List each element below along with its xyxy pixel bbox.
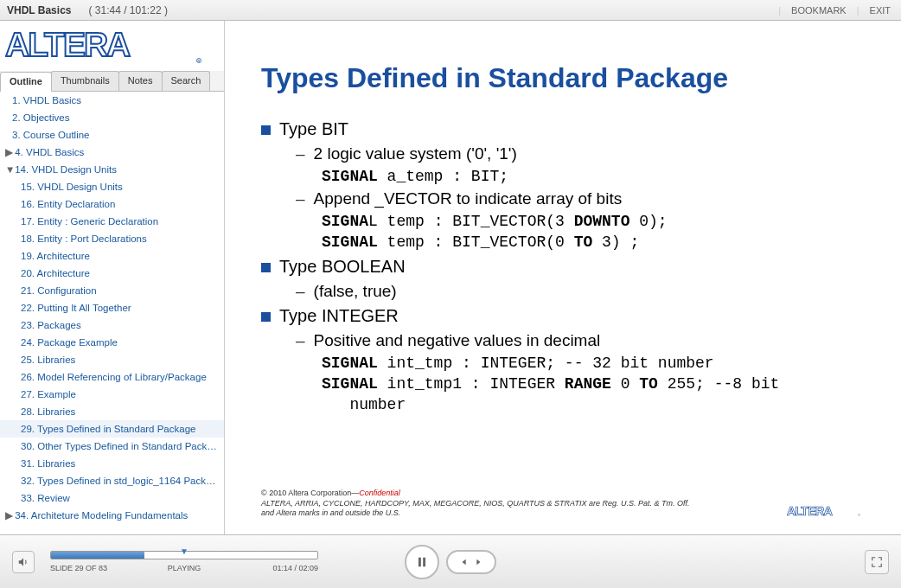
dash-icon: –	[296, 144, 305, 164]
progress-fill	[51, 552, 144, 559]
tab-notes[interactable]: Notes	[118, 71, 163, 91]
copyright-line: © 2010 Altera Corporation—Confidential	[261, 489, 865, 499]
outline-item[interactable]: ▶ 34. Architeture Modeling Fundamentals	[0, 507, 224, 524]
progress-labels: SLIDE 29 OF 83 PLAYING 01:14 / 02:09	[50, 564, 318, 572]
altera-logo-icon: ALTERA R	[5, 24, 204, 69]
outline-item[interactable]: 23. Packages	[0, 316, 224, 334]
bullet-square-icon	[261, 125, 271, 135]
svg-text:®: ®	[858, 514, 860, 517]
svg-rect-6	[423, 557, 425, 566]
sub-bullet-text: 2 logic value system ('0', '1')	[314, 144, 517, 164]
outline-item[interactable]: 33. Review	[0, 489, 224, 507]
sub-bullet: – 2 logic value system ('0', '1')	[296, 144, 865, 164]
slide-content: Types Defined in Standard Package Type B…	[225, 21, 901, 534]
slide-title: Types Defined in Standard Package	[261, 62, 865, 94]
outline-item[interactable]: 16. Entity Declaration	[0, 195, 224, 213]
clip-time: 01:14 / 02:09	[229, 564, 318, 572]
outline-item[interactable]: ▼ 14. VHDL Design Units	[0, 161, 224, 178]
svg-rect-5	[419, 557, 421, 566]
prev-icon	[460, 558, 469, 566]
course-time: ( 31:44 / 101:22 )	[88, 4, 167, 16]
outline-item[interactable]: 2. Objectives	[0, 109, 224, 126]
outline-item[interactable]: 26. Model Referencing of Library/Package	[0, 368, 224, 386]
trademark-line: ALTERA, ARRIA, CYCLONE, HARDCOPY, MAX, M…	[261, 499, 865, 519]
outline-item[interactable]: 19. Architecture	[0, 247, 224, 265]
separator: |	[775, 5, 784, 16]
outline-item[interactable]: 21. Configuration	[0, 282, 224, 299]
svg-text:R: R	[198, 59, 201, 63]
bullet-text: Type BOOLEAN	[279, 256, 406, 278]
play-status: PLAYING	[139, 564, 228, 572]
tab-search[interactable]: Search	[162, 71, 211, 91]
sub-bullet: – Append _VECTOR to indicate array of bi…	[296, 189, 865, 209]
code-line: SIGNAL a_temp : BIT;	[322, 166, 865, 187]
bookmark-link[interactable]: BOOKMARK	[788, 5, 850, 16]
slide-footer: © 2010 Altera Corporation—Confidential A…	[261, 489, 865, 526]
slide-body: Type BIT – 2 logic value system ('0', '1…	[261, 115, 865, 416]
sub-bullet-text: Append _VECTOR to indicate array of bits	[314, 189, 623, 209]
sidebar: ALTERA R Outline Thumbnails Notes Search…	[0, 21, 225, 534]
sub-bullet: – Positive and negative values in decima…	[296, 330, 865, 351]
outline-item-label: 14. VHDL Design Units	[12, 164, 117, 175]
outline-item[interactable]: ▶ 4. VHDL Basics	[0, 144, 224, 161]
bullet-type-bit: Type BIT	[261, 118, 865, 140]
outline-item[interactable]: 3. Course Outline	[0, 126, 224, 144]
code-line: SIGNAL int_tmp1 : INTEGER RANGE 0 TO 255…	[322, 374, 865, 416]
outline-item[interactable]: 22. Putting It All Together	[0, 299, 224, 316]
main-area: ALTERA R Outline Thumbnails Notes Search…	[0, 21, 901, 534]
outline-item[interactable]: 28. Libraries	[0, 403, 224, 420]
exit-link[interactable]: EXIT	[866, 5, 894, 16]
svg-text:ALTERA: ALTERA	[787, 504, 833, 518]
volume-button[interactable]	[12, 551, 35, 573]
sidebar-tabs: Outline Thumbnails Notes Search	[0, 71, 224, 92]
outline-item[interactable]: 1. VHDL Basics	[0, 92, 224, 109]
outline-item[interactable]: 27. Example	[0, 386, 224, 403]
svg-text:ALTERA: ALTERA	[5, 26, 131, 63]
bullet-square-icon	[261, 263, 271, 272]
outline-item[interactable]: 25. Libraries	[0, 351, 224, 368]
dash-icon: –	[296, 189, 305, 209]
prev-next-button[interactable]	[446, 550, 496, 574]
outline-item[interactable]: 18. Entity : Port Declarations	[0, 230, 224, 247]
separator: |	[853, 5, 863, 16]
outline-item[interactable]: 15. VHDL Design Units	[0, 178, 224, 195]
bullet-square-icon	[261, 312, 271, 322]
code-line: SIGNAL temp : BIT_VECTOR(3 DOWNTO 0);	[322, 211, 865, 232]
outline-list[interactable]: 1. VHDL Basics2. Objectives3. Course Out…	[0, 92, 224, 534]
outline-item[interactable]: 32. Types Defined in std_logic_1164 Pack…	[0, 472, 224, 489]
bullet-text: Type INTEGER	[279, 305, 399, 327]
tab-thumbnails[interactable]: Thumbnails	[51, 71, 119, 91]
bullet-text: Type BIT	[279, 118, 348, 140]
speaker-icon	[17, 556, 29, 568]
progress-bar[interactable]: ▼	[50, 551, 318, 559]
chevron-right-icon: ▶	[5, 144, 12, 161]
outline-item[interactable]: 29. Types Defined in Standard Package	[0, 420, 224, 438]
outline-item-label: 4. VHDL Basics	[12, 147, 84, 157]
course-title: VHDL Basics	[7, 4, 71, 16]
pause-button[interactable]	[405, 545, 439, 579]
outline-item[interactable]: 17. Entity : Generic Declaration	[0, 213, 224, 230]
progress-marker-icon: ▼	[180, 546, 189, 556]
sub-bullet: – (false, true)	[296, 281, 865, 302]
outline-item[interactable]: 24. Package Example	[0, 334, 224, 351]
bullet-type-integer: Type INTEGER	[261, 305, 865, 327]
brand-logo: ALTERA R	[0, 21, 224, 71]
chevron-right-icon: ▶	[5, 507, 12, 524]
sub-bullet-text: (false, true)	[314, 281, 397, 302]
outline-item[interactable]: 31. Libraries	[0, 455, 224, 472]
pause-icon	[416, 556, 428, 568]
dash-icon: –	[296, 330, 305, 351]
altera-footer-logo-icon: ALTERA ®	[787, 503, 865, 519]
outline-item[interactable]: 30. Other Types Defined in Standard Pack…	[0, 438, 224, 455]
outline-item[interactable]: 20. Architecture	[0, 265, 224, 282]
fullscreen-button[interactable]	[865, 550, 889, 574]
chevron-down-icon: ▼	[5, 161, 12, 178]
header-actions: | BOOKMARK | EXIT	[775, 5, 894, 16]
slide-area: Types Defined in Standard Package Type B…	[225, 21, 901, 534]
bullet-type-boolean: Type BOOLEAN	[261, 256, 865, 278]
code-line: SIGNAL int_tmp : INTEGER; -- 32 bit numb…	[322, 353, 865, 374]
playback-controls: ▼ SLIDE 29 OF 83 PLAYING 01:14 / 02:09	[0, 534, 901, 588]
sub-bullet-text: Positive and negative values in decimal	[314, 330, 601, 351]
tab-outline[interactable]: Outline	[0, 72, 52, 92]
dash-icon: –	[296, 281, 305, 302]
